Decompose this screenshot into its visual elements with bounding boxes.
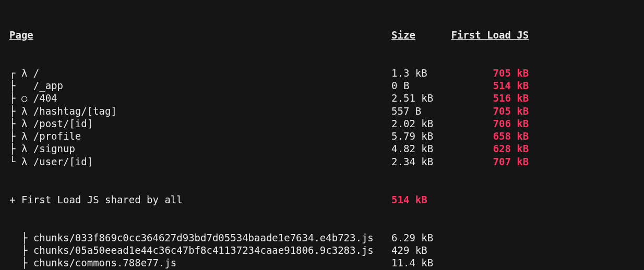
route-size: 5.79 kB [391,130,433,142]
chunk-size: 6.29 kB [391,232,433,243]
route-path: /hashtag/[tag] [33,105,117,117]
tree-prefix: ├ λ [9,105,33,117]
route-path: / [33,67,39,79]
build-output: PageSizeFirst Load JS ┌ λ /1.3 kB705 kB├… [0,0,644,270]
chunk-row: ├ chunks/05a50eead1e44c36c47bf8c41137234… [9,244,644,256]
chunk-size: 11.4 kB [391,257,433,268]
tree-prefix: ├ [9,257,33,268]
header-row: PageSizeFirst Load JS [9,29,644,41]
route-size: 2.34 kB [391,156,433,167]
route-first-load: 658 kB [493,130,529,142]
route-size: 2.02 kB [391,118,433,129]
route-row: ├ λ /profile5.79 kB658 kB [9,130,644,142]
tree-prefix: ├ λ [9,143,33,154]
route-first-load: 706 kB [493,118,529,129]
route-row: └ λ /user/[id]2.34 kB707 kB [9,155,644,168]
route-row: ├ λ /signup4.82 kB628 kB [9,142,644,155]
header-size: Size [391,29,415,41]
tree-prefix: ├ [9,232,33,243]
route-row: ┌ λ /1.3 kB705 kB [9,67,644,79]
tree-prefix: ├ [9,80,33,91]
chunk-size: 429 kB [391,244,427,256]
shared-prefix: + [9,194,21,205]
route-row: ├ λ /post/[id]2.02 kB706 kB [9,117,644,130]
route-path: /post/[id] [33,118,93,129]
tree-prefix: ├ [9,244,33,256]
route-size: 0 B [391,80,409,91]
route-path: /user/[id] [33,156,93,167]
tree-prefix: ├ ○ [9,92,33,104]
header-page: Page [9,29,33,41]
route-first-load: 516 kB [493,92,529,104]
route-path: /_app [33,80,63,91]
chunk-file: chunks/05a50eead1e44c36c47bf8c41137234ca… [33,244,374,256]
tree-prefix: ├ λ [9,130,33,142]
route-size: 1.3 kB [391,67,427,79]
route-row: ├ /_app0 B514 kB [9,79,644,92]
shared-label: First Load JS shared by all [21,194,183,205]
route-size: 557 B [391,105,421,117]
route-path: /profile [33,130,81,142]
route-size: 4.82 kB [391,143,433,154]
route-row: ├ ○ /4042.51 kB516 kB [9,92,644,104]
route-first-load: 707 kB [493,156,529,167]
header-first-load: First Load JS [451,29,529,41]
chunk-row: ├ chunks/commons.788e77.js11.4 kB [9,256,644,269]
route-path: /404 [33,92,57,104]
tree-prefix: └ λ [9,156,33,167]
route-first-load: 628 kB [493,143,529,154]
route-size: 2.51 kB [391,92,433,104]
shared-size: 514 kB [391,194,427,205]
chunk-row: ├ chunks/033f869c0cc364627d93bd7d05534ba… [9,231,644,244]
chunk-file: chunks/033f869c0cc364627d93bd7d05534baad… [33,232,374,243]
route-path: /signup [33,143,75,154]
route-row: ├ λ /hashtag/[tag]557 B705 kB [9,105,644,117]
tree-prefix: ┌ λ [9,67,33,79]
route-first-load: 705 kB [493,105,529,117]
shared-header-row: + First Load JS shared by all514 kB [9,193,644,206]
route-first-load: 514 kB [493,80,529,91]
chunk-file: chunks/commons.788e77.js [33,257,177,268]
tree-prefix: ├ λ [9,118,33,129]
route-first-load: 705 kB [493,67,529,79]
